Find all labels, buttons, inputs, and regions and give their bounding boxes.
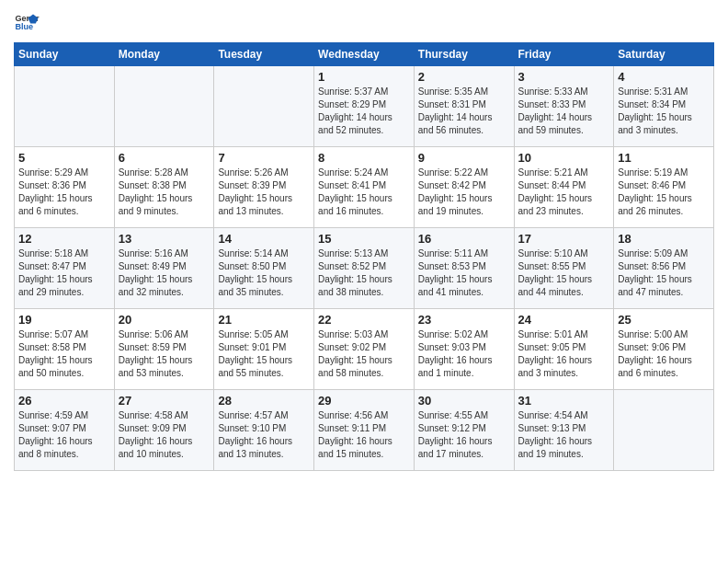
day-info: Sunrise: 5:24 AM Sunset: 8:41 PM Dayligh… — [318, 167, 410, 218]
calendar-cell: 23Sunrise: 5:02 AM Sunset: 9:03 PM Dayli… — [414, 309, 514, 390]
calendar-cell: 17Sunrise: 5:10 AM Sunset: 8:55 PM Dayli… — [514, 228, 614, 309]
day-info: Sunrise: 5:13 AM Sunset: 8:52 PM Dayligh… — [318, 247, 410, 299]
calendar-week-row: 12Sunrise: 5:18 AM Sunset: 8:47 PM Dayli… — [15, 228, 714, 309]
calendar-cell: 27Sunrise: 4:58 AM Sunset: 9:09 PM Dayli… — [114, 390, 214, 471]
day-number: 27 — [119, 394, 210, 408]
calendar-cell: 7Sunrise: 5:26 AM Sunset: 8:39 PM Daylig… — [214, 147, 314, 228]
calendar-cell: 21Sunrise: 5:05 AM Sunset: 9:01 PM Dayli… — [214, 309, 314, 390]
day-number: 18 — [618, 232, 710, 246]
day-info: Sunrise: 5:00 AM Sunset: 9:06 PM Dayligh… — [618, 328, 710, 380]
day-info: Sunrise: 5:31 AM Sunset: 8:34 PM Dayligh… — [618, 86, 710, 137]
day-info: Sunrise: 4:59 AM Sunset: 9:07 PM Dayligh… — [18, 409, 110, 461]
day-number: 4 — [618, 70, 710, 84]
day-info: Sunrise: 5:35 AM Sunset: 8:31 PM Dayligh… — [418, 86, 510, 137]
day-info: Sunrise: 5:05 AM Sunset: 9:01 PM Dayligh… — [218, 328, 310, 380]
calendar-cell: 20Sunrise: 5:06 AM Sunset: 8:59 PM Dayli… — [114, 309, 214, 390]
calendar-cell: 31Sunrise: 4:54 AM Sunset: 9:13 PM Dayli… — [514, 390, 614, 471]
weekday-header-wednesday: Wednesday — [314, 43, 415, 66]
calendar-cell — [214, 66, 314, 147]
day-info: Sunrise: 5:26 AM Sunset: 8:39 PM Dayligh… — [218, 167, 310, 218]
calendar-cell: 2Sunrise: 5:35 AM Sunset: 8:31 PM Daylig… — [414, 66, 514, 147]
calendar-cell: 12Sunrise: 5:18 AM Sunset: 8:47 PM Dayli… — [15, 228, 115, 309]
day-info: Sunrise: 5:06 AM Sunset: 8:59 PM Dayligh… — [119, 328, 210, 380]
logo: General Blue — [14, 9, 40, 35]
day-number: 10 — [518, 151, 610, 165]
day-info: Sunrise: 4:58 AM Sunset: 9:09 PM Dayligh… — [119, 409, 210, 461]
day-info: Sunrise: 4:54 AM Sunset: 9:13 PM Dayligh… — [518, 409, 610, 461]
day-number: 26 — [18, 394, 110, 408]
day-number: 16 — [418, 232, 510, 246]
day-info: Sunrise: 5:14 AM Sunset: 8:50 PM Dayligh… — [218, 247, 310, 299]
day-number: 22 — [318, 313, 410, 327]
calendar-cell: 14Sunrise: 5:14 AM Sunset: 8:50 PM Dayli… — [214, 228, 314, 309]
calendar-cell: 24Sunrise: 5:01 AM Sunset: 9:05 PM Dayli… — [514, 309, 614, 390]
calendar-cell: 19Sunrise: 5:07 AM Sunset: 8:58 PM Dayli… — [15, 309, 115, 390]
day-number: 12 — [18, 232, 110, 246]
day-number: 8 — [318, 151, 410, 165]
day-number: 11 — [618, 151, 710, 165]
calendar-cell — [114, 66, 214, 147]
calendar-cell: 22Sunrise: 5:03 AM Sunset: 9:02 PM Dayli… — [314, 309, 415, 390]
calendar-cell: 30Sunrise: 4:55 AM Sunset: 9:12 PM Dayli… — [414, 390, 514, 471]
calendar-week-row: 5Sunrise: 5:29 AM Sunset: 8:36 PM Daylig… — [15, 147, 714, 228]
day-number: 21 — [218, 313, 310, 327]
day-info: Sunrise: 5:11 AM Sunset: 8:53 PM Dayligh… — [418, 247, 510, 299]
day-number: 25 — [618, 313, 710, 327]
day-info: Sunrise: 5:01 AM Sunset: 9:05 PM Dayligh… — [518, 328, 610, 380]
day-number: 15 — [318, 232, 410, 246]
weekday-header-saturday: Saturday — [614, 43, 714, 66]
calendar-week-row: 19Sunrise: 5:07 AM Sunset: 8:58 PM Dayli… — [15, 309, 714, 390]
calendar-cell: 5Sunrise: 5:29 AM Sunset: 8:36 PM Daylig… — [15, 147, 115, 228]
calendar-cell — [614, 390, 714, 471]
day-info: Sunrise: 5:29 AM Sunset: 8:36 PM Dayligh… — [18, 167, 110, 218]
day-info: Sunrise: 5:10 AM Sunset: 8:55 PM Dayligh… — [518, 247, 610, 299]
day-info: Sunrise: 4:56 AM Sunset: 9:11 PM Dayligh… — [318, 409, 410, 461]
calendar-cell: 6Sunrise: 5:28 AM Sunset: 8:38 PM Daylig… — [114, 147, 214, 228]
day-info: Sunrise: 5:37 AM Sunset: 8:29 PM Dayligh… — [318, 86, 410, 137]
day-number: 20 — [119, 313, 210, 327]
calendar-cell: 10Sunrise: 5:21 AM Sunset: 8:44 PM Dayli… — [514, 147, 614, 228]
calendar-cell: 9Sunrise: 5:22 AM Sunset: 8:42 PM Daylig… — [414, 147, 514, 228]
calendar-cell: 29Sunrise: 4:56 AM Sunset: 9:11 PM Dayli… — [314, 390, 415, 471]
day-number: 2 — [418, 70, 510, 84]
day-info: Sunrise: 5:19 AM Sunset: 8:46 PM Dayligh… — [618, 167, 710, 218]
day-info: Sunrise: 4:57 AM Sunset: 9:10 PM Dayligh… — [218, 409, 310, 461]
day-info: Sunrise: 5:03 AM Sunset: 9:02 PM Dayligh… — [318, 328, 410, 380]
day-number: 29 — [318, 394, 410, 408]
calendar-cell: 26Sunrise: 4:59 AM Sunset: 9:07 PM Dayli… — [15, 390, 115, 471]
day-info: Sunrise: 5:07 AM Sunset: 8:58 PM Dayligh… — [18, 328, 110, 380]
weekday-header-monday: Monday — [114, 43, 214, 66]
day-info: Sunrise: 4:55 AM Sunset: 9:12 PM Dayligh… — [418, 409, 510, 461]
calendar-table: SundayMondayTuesdayWednesdayThursdayFrid… — [14, 42, 714, 471]
calendar-cell: 4Sunrise: 5:31 AM Sunset: 8:34 PM Daylig… — [614, 66, 714, 147]
day-info: Sunrise: 5:28 AM Sunset: 8:38 PM Dayligh… — [119, 167, 210, 218]
day-number: 19 — [18, 313, 110, 327]
calendar-cell: 8Sunrise: 5:24 AM Sunset: 8:41 PM Daylig… — [314, 147, 415, 228]
page-header: General Blue — [14, 9, 714, 35]
weekday-header-row: SundayMondayTuesdayWednesdayThursdayFrid… — [15, 43, 714, 66]
day-info: Sunrise: 5:22 AM Sunset: 8:42 PM Dayligh… — [418, 167, 510, 218]
logo-icon: General Blue — [14, 9, 40, 35]
day-info: Sunrise: 5:09 AM Sunset: 8:56 PM Dayligh… — [618, 247, 710, 299]
calendar-week-row: 26Sunrise: 4:59 AM Sunset: 9:07 PM Dayli… — [15, 390, 714, 471]
day-info: Sunrise: 5:02 AM Sunset: 9:03 PM Dayligh… — [418, 328, 510, 380]
day-info: Sunrise: 5:18 AM Sunset: 8:47 PM Dayligh… — [18, 247, 110, 299]
day-number: 17 — [518, 232, 610, 246]
calendar-cell: 28Sunrise: 4:57 AM Sunset: 9:10 PM Dayli… — [214, 390, 314, 471]
calendar-cell: 18Sunrise: 5:09 AM Sunset: 8:56 PM Dayli… — [614, 228, 714, 309]
day-number: 5 — [18, 151, 110, 165]
day-info: Sunrise: 5:16 AM Sunset: 8:49 PM Dayligh… — [119, 247, 210, 299]
calendar-cell: 11Sunrise: 5:19 AM Sunset: 8:46 PM Dayli… — [614, 147, 714, 228]
calendar-cell: 25Sunrise: 5:00 AM Sunset: 9:06 PM Dayli… — [614, 309, 714, 390]
page-container: General Blue SundayMondayTuesdayWednesda… — [0, 0, 728, 480]
day-number: 28 — [218, 394, 310, 408]
day-info: Sunrise: 5:21 AM Sunset: 8:44 PM Dayligh… — [518, 167, 610, 218]
weekday-header-thursday: Thursday — [414, 43, 514, 66]
day-number: 9 — [418, 151, 510, 165]
calendar-cell: 1Sunrise: 5:37 AM Sunset: 8:29 PM Daylig… — [314, 66, 415, 147]
calendar-cell: 3Sunrise: 5:33 AM Sunset: 8:33 PM Daylig… — [514, 66, 614, 147]
weekday-header-tuesday: Tuesday — [214, 43, 314, 66]
day-number: 14 — [218, 232, 310, 246]
day-number: 23 — [418, 313, 510, 327]
svg-text:Blue: Blue — [15, 22, 33, 31]
